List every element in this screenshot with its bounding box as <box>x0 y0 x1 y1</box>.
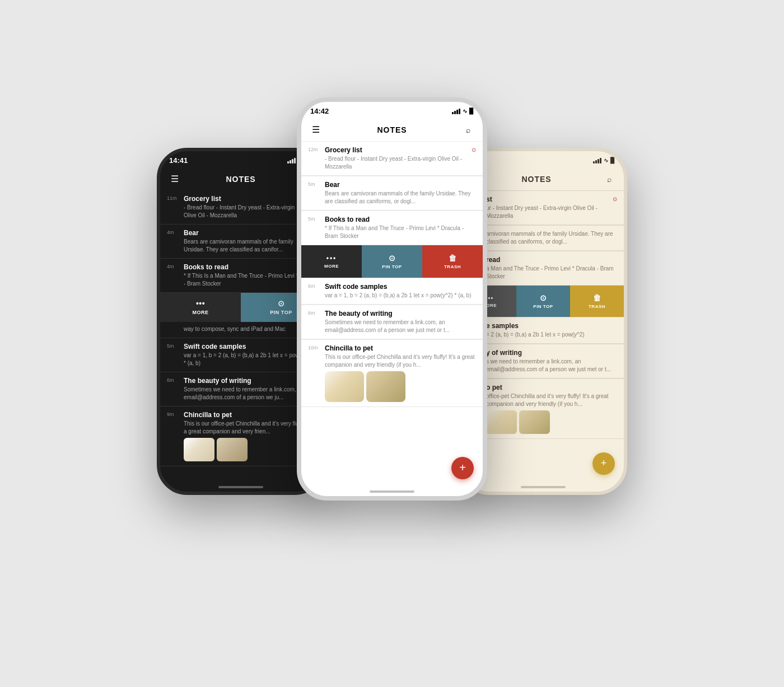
notch-right <box>515 151 571 162</box>
status-icons-center: ∿ ▉ <box>452 108 474 114</box>
more-action-center[interactable]: ••• MORE <box>301 245 362 278</box>
thumbnail-1 <box>486 410 517 434</box>
notes-title-center: NOTES <box>323 125 461 134</box>
home-indicator-center <box>370 490 414 493</box>
notch-center <box>358 102 426 116</box>
thumbnail-2 <box>217 438 248 461</box>
more-icon-left: ••• <box>196 299 205 308</box>
fab-icon-center: + <box>459 461 466 474</box>
fab-right[interactable]: + <box>592 452 615 475</box>
list-item[interactable]: 5m Books to read * If This Is a Man and … <box>301 211 483 245</box>
pin-icon-action-center: ⊙ <box>389 254 396 263</box>
fab-icon-right: + <box>601 457 607 469</box>
more-icon-center: ••• <box>326 254 337 262</box>
pin-label-right: PIN TOP <box>533 304 553 309</box>
note-images <box>486 410 617 434</box>
menu-icon-center[interactable]: ☰ <box>309 124 323 135</box>
list-item[interactable]: 5m Bear Bears are carnivoran mammals of … <box>301 176 483 211</box>
list-item[interactable]: 6m Swift code samples var a = 1, b = 2 (… <box>301 278 483 305</box>
trash-icon-center: 🗑 <box>449 254 457 263</box>
trash-action-right[interactable]: 🗑 TRASH <box>570 286 624 317</box>
note-list-center: 12m Grocery list - Bread flour - Instant… <box>301 142 483 407</box>
signal-icon-center <box>452 109 460 114</box>
more-label-left: MORE <box>193 310 209 315</box>
pin-action-right[interactable]: ⊙ PIN TOP <box>516 286 570 317</box>
notes-title-left: NOTES <box>181 175 300 184</box>
thumbnail-2 <box>366 371 405 402</box>
time-center: 14:42 <box>310 107 329 115</box>
pin-icon: ⊙ <box>613 196 617 220</box>
pin-icon-action-left: ⊙ <box>278 299 285 308</box>
search-icon-right[interactable]: ⌕ <box>603 175 616 184</box>
scene: 14:41 📶 ▉ ☰ NOTES ⌕ <box>140 64 644 624</box>
home-indicator-right <box>521 486 566 488</box>
phone-center: 14:42 ∿ ▉ ☰ NOTES ⌕ <box>297 97 487 501</box>
time-left: 14:41 <box>169 156 188 165</box>
battery-icon-center: ▉ <box>469 108 474 114</box>
battery-icon-right: ▉ <box>610 157 615 163</box>
notes-title-right: NOTES <box>470 175 603 184</box>
thumbnail-2 <box>519 410 550 434</box>
wifi-icon-right: ∿ <box>604 157 608 163</box>
thumbnail-1 <box>325 371 364 402</box>
app-header-center: ☰ NOTES ⌕ <box>301 119 483 141</box>
list-item[interactable]: 12m Grocery list - Bread flour - Instant… <box>301 142 483 176</box>
pin-action-center[interactable]: ⊙ PIN TOP <box>362 245 422 278</box>
trash-icon-right: 🗑 <box>593 293 601 302</box>
more-label-center: MORE <box>324 264 339 269</box>
trash-label-right: TRASH <box>589 304 605 309</box>
home-indicator-left <box>218 486 263 488</box>
trash-action-center[interactable]: 🗑 TRASH <box>422 245 483 278</box>
search-icon-center[interactable]: ⌕ <box>461 125 475 134</box>
menu-icon-left[interactable]: ☰ <box>168 174 181 184</box>
pin-label-left: PIN TOP <box>270 310 292 315</box>
thumbnail-1 <box>184 438 214 461</box>
wifi-icon-center: ∿ <box>463 108 467 114</box>
list-item[interactable]: 10m Chincilla to pet This is our office-… <box>301 340 483 407</box>
note-images <box>325 371 476 402</box>
note-images <box>184 438 315 461</box>
trash-label-center: TRASH <box>444 264 461 269</box>
signal-icon-right <box>593 158 601 163</box>
more-action-left[interactable]: ••• MORE <box>160 293 241 322</box>
pin-label-center: PIN TOP <box>382 264 402 269</box>
pin-icon-action-right: ⊙ <box>540 293 547 302</box>
list-item[interactable]: 6m The beauty of writing Sometimes we ne… <box>301 305 483 339</box>
swipe-actions-center[interactable]: ••• MORE ⊙ PIN TOP 🗑 TRASH <box>301 245 483 278</box>
fab-center[interactable]: + <box>451 457 474 479</box>
signal-icon-left <box>287 158 296 163</box>
notch-left <box>213 151 269 162</box>
status-icons-right: ∿ ▉ <box>593 157 615 163</box>
pin-icon: ⊙ <box>472 147 476 171</box>
